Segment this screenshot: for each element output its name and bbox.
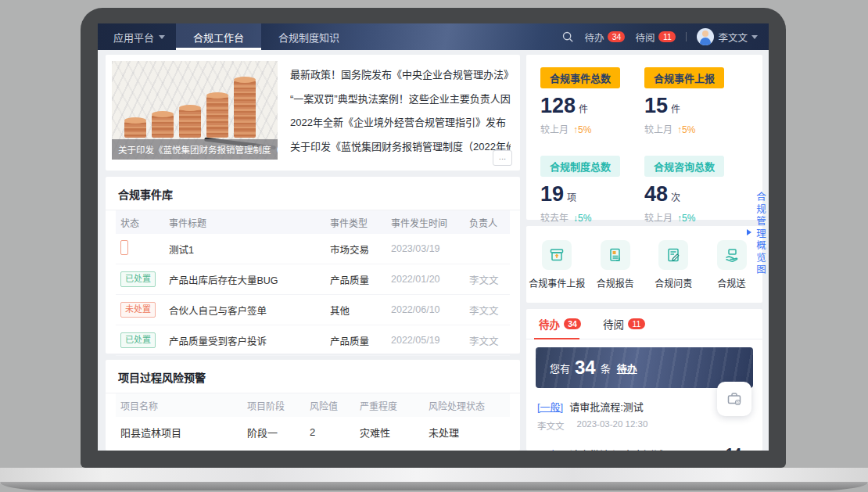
tab-to-read[interactable]: 待阅 11 [603, 309, 645, 339]
col-project-name: 项目名称 [116, 399, 247, 412]
event-title: 产品出库后存在大量BUG [169, 272, 330, 287]
event-type: 市场交易 [330, 242, 391, 257]
event-type: 产品质量 [330, 333, 391, 348]
stat-value: 15 [644, 94, 668, 117]
todo-days: 14 [726, 446, 741, 451]
stat-value: 19 [540, 182, 564, 206]
table-row[interactable]: 已处置 产品出库后存在大量BUG 产品质量 2022/01/20 李文文 [116, 264, 510, 295]
tab-compliance-knowledge[interactable]: 合规制度知识 [261, 23, 357, 50]
top-navbar: 应用平台 合规工作台 合规制度知识 待办 34 待阅 11 [98, 23, 769, 50]
stat-total-events: 合规事件总数 128件 较上月↑5% [540, 67, 644, 135]
nav-todo-label: 待办 [584, 30, 604, 45]
stat-reported-events: 合规事件上报 15件 较上月↑5% [644, 67, 748, 135]
tab-label: 待阅 [603, 316, 624, 332]
news-card: 关于印发《蓝悦集团财务报销管理制度（2... 最新政策！国务院发布《中央企业合规… [106, 55, 520, 171]
compare-label: 较上月 [644, 124, 673, 135]
compare-label: 较去年 [540, 213, 569, 224]
event-title: 产品质量受到客户投诉 [169, 333, 330, 348]
event-date: 2022/06/10 [391, 304, 469, 315]
action-compliance-report[interactable]: 合规报告 [586, 240, 645, 289]
chevron-down-icon [159, 35, 165, 39]
stat-total-consultations: 合规咨询总数 48次 较上月↑5% [644, 156, 748, 224]
action-delivery[interactable]: 合规送达 [703, 240, 762, 289]
event-date: 2022/01/20 [391, 274, 469, 285]
table-row[interactable]: 已处置 产品质量受到客户投诉 产品质量 2022/05/19 李文文 [116, 325, 510, 356]
page-background: 应用平台 合规工作台 合规制度知识 待办 34 待阅 11 [0, 0, 868, 492]
coin-stacks-illustration [124, 80, 256, 138]
col-risk-value: 风险值 [310, 399, 360, 412]
todo-panel: 待办 34 待阅 11 您有 34 条 待办 [526, 309, 762, 451]
stat-unit: 件 [671, 104, 680, 115]
event-title: 合伙人自己与客户签单 [169, 303, 330, 318]
compare-label: 较上月 [644, 213, 673, 224]
nav-read[interactable]: 待阅 11 [635, 30, 676, 45]
action-label: 合规报告 [597, 276, 634, 289]
action-report-event[interactable]: 合规事件上报 [528, 240, 586, 289]
banner-count: 34 [575, 357, 596, 379]
priority-tag: [一般] [537, 399, 563, 414]
table-header: 状态 事件标题 事件类型 事件发生时间 负责人 [116, 210, 510, 234]
laptop-bottom-edge [0, 482, 868, 490]
col-title: 事件标题 [169, 216, 330, 229]
quick-actions-card: 合规事件上报 合规报告 合规问责 [526, 226, 762, 303]
news-more-button[interactable]: ... [493, 150, 512, 166]
severity: 灾难性 [360, 425, 429, 440]
overview-side-tab[interactable]: 合规管理概览图 [755, 192, 766, 277]
col-severity: 严重程度 [360, 399, 429, 412]
news-item[interactable]: 关于印发《蓝悦集团财务报销管理制度（2022年修订）》... [290, 138, 511, 153]
report-icon [601, 240, 630, 270]
news-item[interactable]: 2022年全新《企业境外经营合规管理指引》发布 [290, 114, 511, 129]
table-header: 项目名称 项目阶段 风险值 严重程度 风险处理状态 [116, 393, 510, 417]
arrow-right-icon [747, 229, 751, 235]
col-stage: 项目阶段 [247, 399, 310, 412]
action-label: 合规问责 [655, 276, 692, 289]
upload-box-icon [542, 240, 572, 270]
action-accountability[interactable]: 合规问责 [644, 240, 703, 289]
col-type: 事件类型 [330, 216, 391, 229]
table-row[interactable]: 测试1 市场交易 2023/03/19 [116, 234, 510, 264]
hand-deliver-icon [717, 240, 747, 270]
divider [686, 32, 687, 41]
banner-todo-link[interactable]: 待办 [617, 361, 637, 375]
col-risk-status: 风险处理状态 [429, 399, 510, 412]
user-menu[interactable]: 李文文 [697, 28, 758, 45]
project-stage: 阶段一 [247, 425, 310, 440]
project-name: 阳县造林项目 [116, 425, 247, 440]
table-row[interactable]: 未处置 合伙人自己与客户签单 其他 2022/06/10 李文文 [116, 295, 510, 325]
stat-badge: 合规咨询总数 [644, 156, 724, 177]
navbar-right: 待办 34 待阅 11 李文文 [561, 23, 769, 50]
trend-pct: 5% [682, 124, 695, 135]
floating-widget-button[interactable] [717, 382, 751, 416]
app-menu-label: 应用平台 [113, 30, 154, 45]
news-list: 最新政策！国务院发布《中央企业合规管理办法》 “一案双罚”典型执法案例！这些企业… [278, 61, 514, 164]
event-owner: 李文文 [469, 333, 510, 348]
table-row[interactable]: 阳县造林项目 阶段一 2 灾难性 未处理 [116, 417, 510, 447]
app-screen: 应用平台 合规工作台 合规制度知识 待办 34 待阅 11 [98, 23, 769, 451]
todo-title: 请审批流程:测试 [569, 399, 644, 414]
action-label: 合规事件上报 [529, 276, 585, 289]
event-owner: 李文文 [469, 303, 510, 318]
news-thumbnail[interactable]: 关于印发《蓝悦集团财务报销管理制度（2... [112, 61, 278, 160]
todo-count-badge: 34 [564, 318, 581, 329]
trend-pct: 5% [682, 213, 695, 224]
news-item[interactable]: 最新政策！国务院发布《中央企业合规管理办法》 [290, 66, 511, 81]
news-item[interactable]: “一案双罚”典型执法案例！这些企业主要负责人因何被处罚 [290, 91, 511, 106]
app-platform-menu[interactable]: 应用平台 [98, 23, 176, 50]
event-type: 其他 [330, 303, 391, 318]
stat-value: 128 [540, 94, 576, 117]
stat-total-policies: 合规制度总数 19项 较去年↓5% [540, 156, 644, 224]
search-icon[interactable] [561, 31, 574, 43]
nav-todo[interactable]: 待办 34 [584, 30, 625, 45]
event-owner: 李文文 [469, 272, 510, 287]
risk-status: 未处理 [429, 425, 510, 440]
status-tag-done: 已处置 [120, 332, 156, 348]
event-type: 产品质量 [330, 272, 391, 287]
tab-todo[interactable]: 待办 34 [539, 309, 581, 339]
status-tag-pending: 未处置 [120, 302, 156, 318]
todo-time: 2023-03-20 12:30 [577, 419, 648, 432]
left-column: 关于印发《蓝悦集团财务报销管理制度（2... 最新政策！国务院发布《中央企业合规… [106, 55, 520, 451]
todo-item[interactable]: [一般] 请审批流程:审查测试1 14天 [526, 438, 762, 451]
tab-label: 合规工作台 [193, 30, 244, 45]
stat-badge: 合规制度总数 [540, 156, 620, 177]
tab-compliance-workbench[interactable]: 合规工作台 [176, 23, 261, 50]
